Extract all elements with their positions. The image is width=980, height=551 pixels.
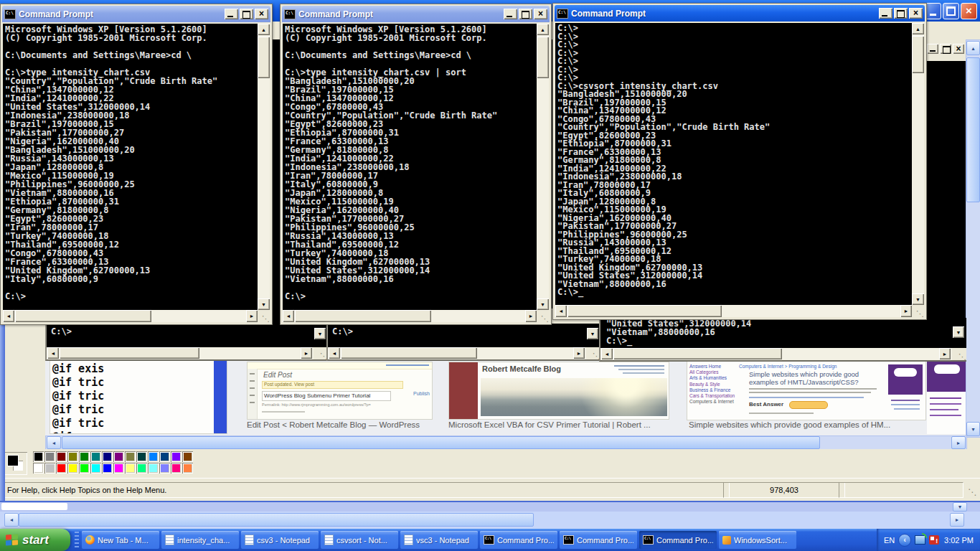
security-alert-icon[interactable]: [929, 535, 939, 545]
horizontal-scrollbar[interactable]: [47, 347, 328, 359]
current-colors-indicator[interactable]: [4, 452, 27, 475]
palette-swatch[interactable]: [113, 451, 124, 462]
vertical-scrollbar[interactable]: [258, 24, 270, 310]
scroll-left-icon[interactable]: [4, 513, 19, 527]
close-button[interactable]: [534, 9, 547, 19]
background-window-hscrollbar[interactable]: [0, 512, 980, 531]
palette-swatch[interactable]: [125, 463, 136, 474]
palette-swatch[interactable]: [33, 451, 44, 462]
scroll-down-icon[interactable]: [953, 326, 964, 338]
resize-grip[interactable]: [952, 348, 966, 360]
scroll-up-icon[interactable]: [537, 24, 549, 35]
palette-swatch[interactable]: [56, 463, 67, 474]
horizontal-scrollbar[interactable]: [3, 310, 258, 322]
scrollbar-thumb[interactable]: [912, 36, 924, 73]
palette-swatch[interactable]: [67, 463, 78, 474]
taskbar-button[interactable]: csv3 - Notepad: [241, 531, 319, 549]
network-icon[interactable]: [915, 535, 925, 545]
palette-swatch[interactable]: [136, 451, 147, 462]
language-indicator[interactable]: EN: [884, 536, 895, 545]
scroll-up-icon[interactable]: [258, 24, 270, 35]
scrollbar-thumb[interactable]: [258, 37, 270, 78]
minimize-button[interactable]: [225, 9, 238, 19]
console-body[interactable]: Microsoft Windows XP [Version 5.1.2600] …: [283, 24, 549, 322]
scroll-right-icon[interactable]: [951, 436, 966, 449]
taskbar-button[interactable]: csvsort - Not...: [321, 531, 398, 549]
palette-swatch[interactable]: [113, 463, 124, 474]
horizontal-scrollbar[interactable]: [600, 348, 966, 360]
palette-swatch[interactable]: [44, 463, 55, 474]
paint-minimize-button[interactable]: [925, 3, 941, 19]
start-button[interactable]: start: [0, 529, 70, 551]
scroll-down-icon[interactable]: [314, 328, 326, 339]
scrollbar-thumb[interactable]: [537, 37, 549, 78]
scroll-right-icon[interactable]: [900, 305, 912, 317]
resize-grip[interactable]: [537, 310, 549, 322]
scroll-down-icon[interactable]: [953, 502, 967, 512]
maximize-button[interactable]: [940, 44, 951, 54]
close-button[interactable]: [953, 44, 964, 54]
resize-grip[interactable]: [912, 305, 924, 317]
scroll-down-icon[interactable]: [537, 298, 549, 310]
close-button[interactable]: [909, 8, 923, 19]
scroll-right-icon[interactable]: [573, 347, 585, 359]
palette-swatch[interactable]: [171, 463, 182, 474]
palette-swatch[interactable]: [171, 451, 182, 462]
palette-swatch[interactable]: [125, 451, 136, 462]
palette-swatch[interactable]: [182, 463, 193, 474]
vertical-scrollbar[interactable]: [537, 24, 549, 310]
taskbar-button[interactable]: WindowsSort...: [719, 531, 796, 549]
scroll-left-icon[interactable]: [3, 310, 14, 322]
palette-swatch[interactable]: [102, 451, 113, 462]
palette-swatch[interactable]: [136, 463, 147, 474]
console-body[interactable]: C:\> C:\> C:\> C:\> C:\> C:\> C:\> C:\>c…: [555, 23, 924, 317]
scroll-down-icon[interactable]: [258, 298, 270, 310]
scroll-up-icon[interactable]: [966, 41, 980, 55]
scroll-up-icon[interactable]: [912, 23, 924, 34]
scrollbar-thumb[interactable]: [613, 348, 782, 359]
paint-close-button[interactable]: [961, 3, 977, 19]
resize-grip[interactable]: [314, 347, 328, 359]
taskbar-button[interactable]: intensity_cha...: [161, 531, 239, 549]
cmd-window-middle[interactable]: Command Prompt Microsoft Windows XP [Ver…: [280, 4, 552, 325]
vertical-scrollbar[interactable]: [912, 23, 924, 305]
scroll-left-icon[interactable]: [283, 310, 294, 322]
palette-swatch[interactable]: [67, 451, 78, 462]
palette-swatch[interactable]: [148, 451, 159, 462]
palette-swatch[interactable]: [102, 463, 113, 474]
horizontal-scrollbar[interactable]: [283, 310, 537, 322]
palette-swatch[interactable]: [33, 463, 44, 474]
title-bar[interactable]: Command Prompt: [2, 6, 270, 22]
palette-swatch[interactable]: [79, 463, 90, 474]
title-bar[interactable]: Command Prompt: [555, 5, 925, 22]
scroll-down-icon[interactable]: [966, 422, 980, 436]
horizontal-scrollbar[interactable]: [555, 305, 912, 317]
palette-swatch[interactable]: [159, 463, 170, 474]
scroll-right-icon[interactable]: [525, 310, 537, 322]
taskbar-button[interactable]: Command Pro...: [480, 531, 557, 549]
horizontal-scrollbar[interactable]: [328, 347, 600, 359]
taskbar-button[interactable]: New Tab - M...: [82, 531, 159, 549]
scroll-right-icon[interactable]: [246, 310, 258, 322]
cmd-window-left[interactable]: Command Prompt Microsoft Windows XP [Ver…: [0, 4, 273, 325]
scroll-left-icon[interactable]: [47, 436, 61, 449]
minimize-button[interactable]: [927, 44, 938, 54]
maximize-button[interactable]: [240, 9, 253, 19]
maximize-button[interactable]: [894, 8, 908, 19]
scrollbar-thumb[interactable]: [567, 305, 722, 317]
scroll-right-icon[interactable]: [950, 513, 964, 527]
resize-grip[interactable]: [258, 310, 270, 322]
palette-swatch[interactable]: [90, 463, 101, 474]
palette-swatch[interactable]: [90, 451, 101, 462]
tray-clock[interactable]: 3:02 PM: [944, 536, 980, 545]
scroll-left-icon[interactable]: [47, 347, 59, 359]
scrollbar-thumb[interactable]: [295, 310, 431, 322]
cmd-window-right-active[interactable]: Command Prompt C:\> C:\> C:\> C:\> C:\> …: [552, 3, 927, 320]
maximize-button[interactable]: [519, 9, 532, 19]
palette-swatch[interactable]: [148, 463, 159, 474]
paint-canvas[interactable]: @if exis @if tric @if tric @if tric @if …: [45, 359, 966, 435]
scroll-left-icon[interactable]: [329, 347, 340, 359]
taskbar-button[interactable]: vsc3 - Notepad: [400, 531, 478, 549]
palette-swatch[interactable]: [182, 451, 193, 462]
scroll-left-icon[interactable]: [555, 305, 567, 317]
